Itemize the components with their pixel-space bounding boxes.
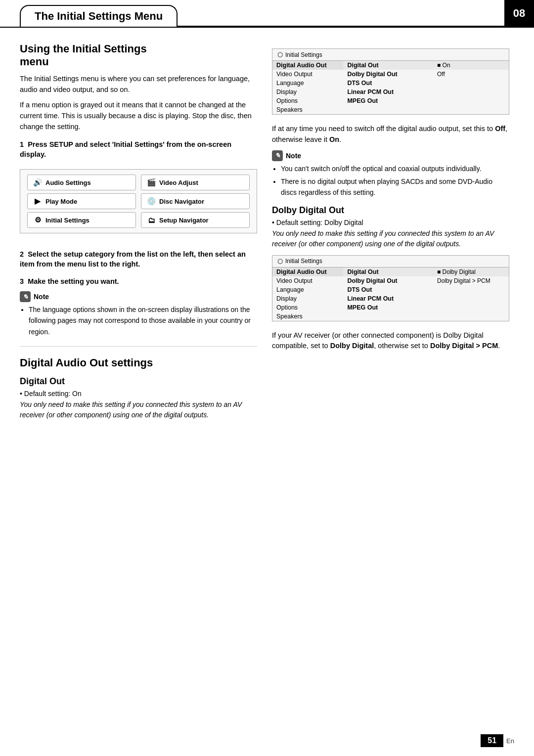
dolby-italic: You only need to make this setting if yo… [272, 228, 509, 249]
menu-item-icon: 💿 [146, 196, 156, 206]
menu-screenshot-box: 🔊Audio Settings🎬Video Adjust▶Play Mode💿D… [20, 169, 257, 233]
table-row: OptionsMPEG Out [272, 96, 509, 105]
note-item: There is no digital output when playing … [281, 176, 509, 198]
menu-item: 🎬Video Adjust [141, 175, 250, 190]
menu-item: 🔊Audio Settings [27, 175, 136, 190]
settings-table-1: Digital Audio OutDigital Out■ OnVideo Ou… [272, 61, 509, 114]
section-title: Using the Initial Settings menu [20, 43, 257, 69]
note-icon-2: ✎ [272, 150, 283, 161]
chapter-number: 08 [504, 0, 534, 27]
right-column: ⬡ Initial Settings Digital Audio OutDigi… [272, 43, 509, 425]
digital-out-italic: You only need to make this setting if yo… [20, 400, 257, 420]
note-list-1: The language options shown in the on-scr… [20, 304, 257, 337]
menu-item-icon: ▶ [33, 196, 43, 206]
menu-grid: 🔊Audio Settings🎬Video Adjust▶Play Mode💿D… [27, 175, 250, 228]
left-column: Using the Initial Settings menu The Init… [20, 43, 257, 425]
menu-item: 💿Disc Navigator [141, 193, 250, 209]
settings-box-1-title: ⬡ Initial Settings [272, 49, 509, 61]
menu-item-icon: ⚙ [33, 215, 43, 225]
table-row: DisplayLinear PCM Out [272, 294, 509, 303]
table-row: LanguageDTS Out [272, 285, 509, 294]
page-number: 51 [481, 734, 503, 747]
table-row: Digital Audio OutDigital Out■ Dolby Digi… [272, 267, 509, 276]
note-header-1: ✎ Note [20, 291, 257, 302]
table-row: OptionsMPEG Out [272, 303, 509, 312]
dolby-body: If your AV receiver (or other connected … [272, 330, 509, 352]
dolby-digital-subtitle: Dolby Digital Out [272, 205, 509, 216]
table-row: LanguageDTS Out [272, 79, 509, 88]
note-header-2: ✎ Note [272, 150, 509, 161]
settings-box-1: ⬡ Initial Settings Digital Audio OutDigi… [272, 48, 509, 115]
menu-item: 🗂Setup Navigator [141, 212, 250, 228]
step2: 2 Select the setup category from the lis… [20, 249, 257, 269]
note-box-1: ✎ Note The language options shown in the… [20, 291, 257, 337]
page-title: The Initial Settings Menu [20, 5, 178, 27]
digital-out-default: • Default setting: On [20, 390, 257, 398]
settings-box-2: ⬡ Initial Settings Digital Audio OutDigi… [272, 255, 509, 321]
digital-audio-title: Digital Audio Out settings [20, 356, 257, 369]
step3: 3 Make the setting you want. [20, 276, 257, 286]
note-box-2: ✎ Note You can't switch on/off the optic… [272, 150, 509, 198]
digital-out-subtitle: Digital Out [20, 376, 257, 387]
settings-box-2-title: ⬡ Initial Settings [272, 256, 509, 267]
page-header: The Initial Settings Menu 08 [0, 0, 534, 28]
note-item: The language options shown in the on-scr… [29, 304, 257, 337]
table-row: Digital Audio OutDigital Out■ On [272, 61, 509, 70]
page-lang: En [506, 737, 514, 745]
table-row: Video OutputDolby Digital OutDolby Digit… [272, 276, 509, 285]
note-icon-1: ✎ [20, 291, 31, 302]
menu-item: ▶Play Mode [27, 193, 136, 209]
step1: 1 Press SETUP and select 'Initial Settin… [20, 139, 257, 160]
dolby-default: • Default setting: Dolby Digital [272, 219, 509, 226]
menu-item-icon: 🎬 [146, 178, 156, 187]
intro-p2: If a menu option is grayed out it means … [20, 100, 257, 132]
table-row: Video OutputDolby Digital OutOff [272, 70, 509, 79]
main-content: Using the Initial Settings menu The Init… [0, 28, 534, 440]
menu-item-icon: 🗂 [146, 215, 156, 225]
menu-item: ⚙Initial Settings [27, 212, 136, 228]
intro-p1: The Initial Settings menu is where you c… [20, 74, 257, 95]
note-item: You can't switch on/off the optical and … [281, 163, 509, 174]
table-row: DisplayLinear PCM Out [272, 88, 509, 96]
note-list-2: You can't switch on/off the optical and … [272, 163, 509, 198]
header-line [178, 26, 504, 27]
switch-off-text: If at any time you need to switch off th… [272, 124, 509, 145]
settings-table-2: Digital Audio OutDigital Out■ Dolby Digi… [272, 267, 509, 321]
menu-item-icon: 🔊 [33, 178, 43, 187]
page-footer: 51 En [481, 734, 514, 747]
table-row: Speakers [272, 312, 509, 321]
table-row: Speakers [272, 105, 509, 114]
